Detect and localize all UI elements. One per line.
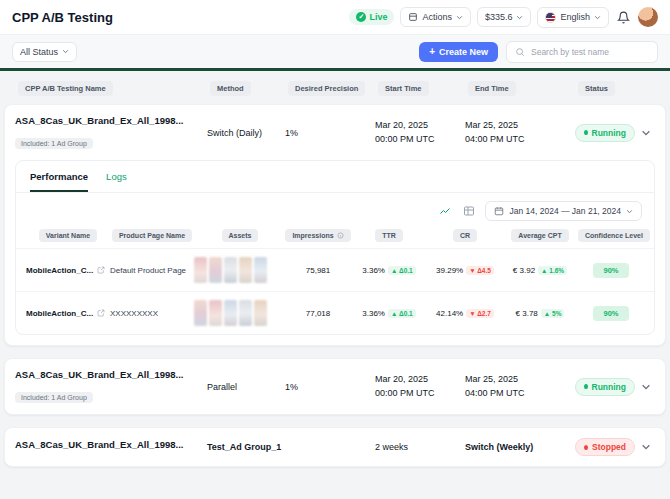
balance-amount: $335.6 — [485, 12, 513, 22]
test-card-2: ASA_8Cas_UK_Brand_Ex_All_1998... Include… — [4, 358, 666, 415]
create-new-button[interactable]: + Create New — [419, 42, 498, 62]
start-time-value: Mar 20, 2025 00:00 PM UTC — [375, 373, 465, 401]
tests-list: CPP A/B Testing Name Method Desired Prec… — [0, 71, 670, 467]
app-root: CPP A/B Testing ✓ Live Actions $335.6 — [0, 0, 670, 467]
impressions-value: 75,981 — [286, 266, 350, 275]
variant-name-cell: MobileAction_C... — [26, 266, 110, 275]
calendar-icon — [494, 206, 504, 216]
date-range-picker[interactable]: Jan 14, 2024 — Jan 21, 2024 — [485, 201, 642, 221]
language-selector[interactable]: English — [537, 7, 609, 28]
variant-name: MobileAction_C... — [26, 309, 93, 318]
tab-performance[interactable]: Performance — [30, 171, 88, 192]
cr-delta-badge: ▼ Δ4.5 — [466, 266, 494, 275]
status-badge: Running — [575, 124, 635, 142]
col-header-name: CPP A/B Testing Name — [18, 81, 113, 96]
table-view-button[interactable] — [461, 203, 477, 219]
line-chart-icon — [439, 205, 451, 217]
balance-button[interactable]: $335.6 — [477, 7, 532, 27]
col-header-precision: Desired Precision — [288, 81, 365, 96]
search-box — [506, 41, 658, 63]
expand-toggle[interactable] — [637, 438, 655, 456]
table-row: ASA_8Cas_UK_Brand_Ex_All_1998... Include… — [5, 359, 665, 414]
test-card-1: ASA_8Cas_UK_Brand_Ex_All_1998... Include… — [4, 104, 666, 346]
status-dot-icon — [584, 130, 588, 135]
asset-thumbnail — [239, 257, 252, 283]
page-title: CPP A/B Testing — [12, 10, 113, 25]
end-time-value: Mar 25, 2025 04:00 PM UTC — [465, 119, 575, 147]
end-time-value: Mar 25, 2025 04:00 PM UTC — [465, 373, 575, 401]
ttr-cell: 3.36% ▲ Δ0.1 — [350, 309, 428, 318]
chevron-down-icon — [516, 14, 523, 21]
precision-value: 1% — [285, 382, 375, 392]
chevron-down-icon — [456, 14, 463, 21]
expand-toggle[interactable] — [637, 124, 655, 142]
status-filter-label: All Status — [20, 47, 58, 57]
chevron-down-icon — [641, 442, 651, 452]
duration-value: 2 weeks — [375, 442, 465, 452]
table-row: ASA_8Cas_UK_Brand_Ex_All_1998... Test_Ad… — [5, 428, 665, 466]
search-input[interactable] — [529, 46, 649, 58]
cpt-delta-badge: ▲ 1.6% — [538, 266, 567, 275]
status-filter-select[interactable]: All Status — [12, 42, 77, 62]
method-value: Switch (Weekly) — [465, 442, 575, 452]
asset-thumbnail — [209, 257, 222, 283]
live-status-badge: ✓ Live — [349, 9, 394, 25]
col-impressions: Impressions — [285, 229, 350, 242]
external-link-icon[interactable] — [97, 266, 105, 274]
method-value: Switch (Daily) — [207, 128, 285, 138]
assets-preview — [194, 300, 286, 326]
chevron-down-icon — [594, 14, 601, 21]
test-name: ASA_8Cas_UK_Brand_Ex_All_1998... — [15, 115, 207, 126]
panel-controls: Jan 14, 2024 — Jan 21, 2024 — [16, 193, 654, 227]
test-card-3: ASA_8Cas_UK_Brand_Ex_All_1998... Test_Ad… — [4, 427, 666, 467]
col-header-end: End Time — [468, 81, 516, 96]
product-page-name: XXXXXXXXX — [110, 309, 194, 318]
status-badge: Stopped — [575, 438, 635, 456]
col-header-status: Status — [578, 81, 615, 96]
asset-thumbnail — [254, 300, 267, 326]
cr-cell: 39.29% ▼ Δ4.5 — [428, 266, 502, 275]
search-icon — [515, 47, 525, 57]
col-ttr: TTR — [375, 229, 403, 242]
asset-thumbnail — [194, 257, 207, 283]
filter-toolbar: All Status + Create New — [0, 34, 670, 68]
variant-row: MobileAction_C... Default Product Page — [16, 248, 654, 291]
actions-button[interactable]: Actions — [400, 7, 471, 27]
tab-logs[interactable]: Logs — [106, 171, 127, 192]
performance-panel: Performance Logs — [15, 160, 655, 335]
external-link-icon[interactable] — [97, 309, 105, 317]
toolbar-right: + Create New — [419, 41, 658, 63]
product-page-name: Default Product Page — [110, 266, 194, 275]
live-label: Live — [369, 12, 387, 22]
test-name: ASA_8Cas_UK_Brand_Ex_All_1998... — [15, 439, 207, 450]
assets-preview — [194, 257, 286, 283]
asset-thumbnail — [254, 257, 267, 283]
cpt-delta-badge: ▲ 5% — [541, 309, 565, 318]
chart-view-button[interactable] — [437, 203, 453, 219]
top-bar: CPP A/B Testing ✓ Live Actions $335.6 — [0, 0, 670, 34]
variant-row: MobileAction_C... XXXXXXXXX — [16, 291, 654, 334]
language-label: English — [560, 12, 590, 22]
included-badge: Included: 1 Ad Group — [15, 392, 93, 403]
date-range-value: Jan 14, 2024 — Jan 21, 2024 — [509, 206, 621, 216]
test-name-cell: ASA_8Cas_UK_Brand_Ex_All_1998... Include… — [15, 369, 207, 404]
cpt-cell: € 3.78 ▲ 5% — [502, 309, 578, 318]
plus-icon: + — [429, 47, 435, 57]
ad-group-value: Test_Ad Group_1 — [207, 442, 285, 452]
cr-delta-badge: ▼ Δ2.7 — [466, 309, 494, 318]
variant-name: MobileAction_C... — [26, 266, 93, 275]
start-time-value: Mar 20, 2025 00:00 PM UTC — [375, 119, 465, 147]
status-badge: Running — [575, 378, 635, 396]
notifications-button[interactable] — [615, 9, 632, 26]
included-badge: Included: 1 Ad Group — [15, 138, 93, 149]
asset-thumbnail — [239, 300, 252, 326]
us-flag-icon — [545, 12, 556, 23]
asset-thumbnail — [224, 300, 237, 326]
asset-thumbnail — [224, 257, 237, 283]
user-avatar[interactable] — [638, 7, 658, 27]
status-dot-icon — [584, 445, 588, 450]
table-header-row: CPP A/B Testing Name Method Desired Prec… — [4, 77, 666, 104]
variant-name-cell: MobileAction_C... — [26, 309, 110, 318]
expand-toggle[interactable] — [637, 378, 655, 396]
cr-cell: 42.14% ▼ Δ2.7 — [428, 309, 502, 318]
